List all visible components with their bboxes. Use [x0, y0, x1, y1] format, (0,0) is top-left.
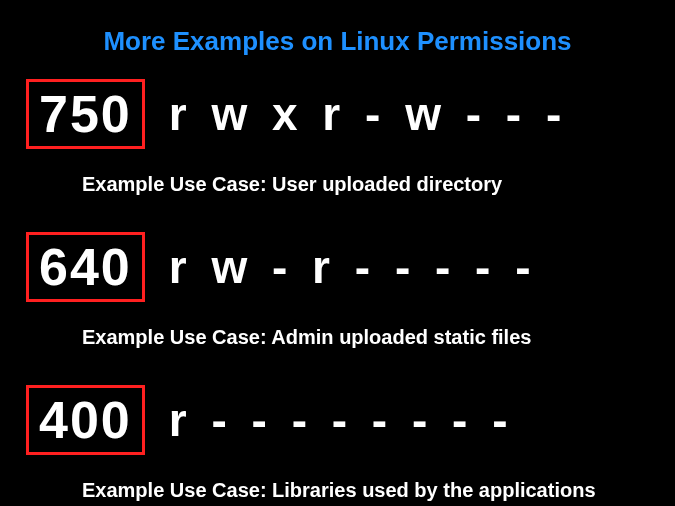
example-block: 640 r w - r - - - - - Example Use Case: …: [26, 232, 665, 349]
example-caption: Example Use Case: Admin uploaded static …: [82, 326, 665, 349]
octal-value: 750: [39, 84, 132, 144]
octal-box: 750: [26, 79, 145, 149]
example-block: 750 r w x r - w - - - Example Use Case: …: [26, 79, 665, 196]
example-row: 750 r w x r - w - - -: [26, 79, 665, 149]
example-row: 400 r - - - - - - - -: [26, 385, 665, 455]
permission-string: r w - r - - - - -: [169, 240, 537, 294]
page-title: More Examples on Linux Permissions: [0, 0, 675, 67]
octal-value: 400: [39, 390, 132, 450]
example-caption: Example Use Case: User uploaded director…: [82, 173, 665, 196]
octal-box: 400: [26, 385, 145, 455]
octal-box: 640: [26, 232, 145, 302]
octal-value: 640: [39, 237, 132, 297]
permission-string: r w x r - w - - -: [169, 87, 567, 141]
permission-string: r - - - - - - - -: [169, 393, 514, 447]
example-block: 400 r - - - - - - - - Example Use Case: …: [26, 385, 665, 502]
example-caption: Example Use Case: Libraries used by the …: [82, 479, 665, 502]
example-row: 640 r w - r - - - - -: [26, 232, 665, 302]
